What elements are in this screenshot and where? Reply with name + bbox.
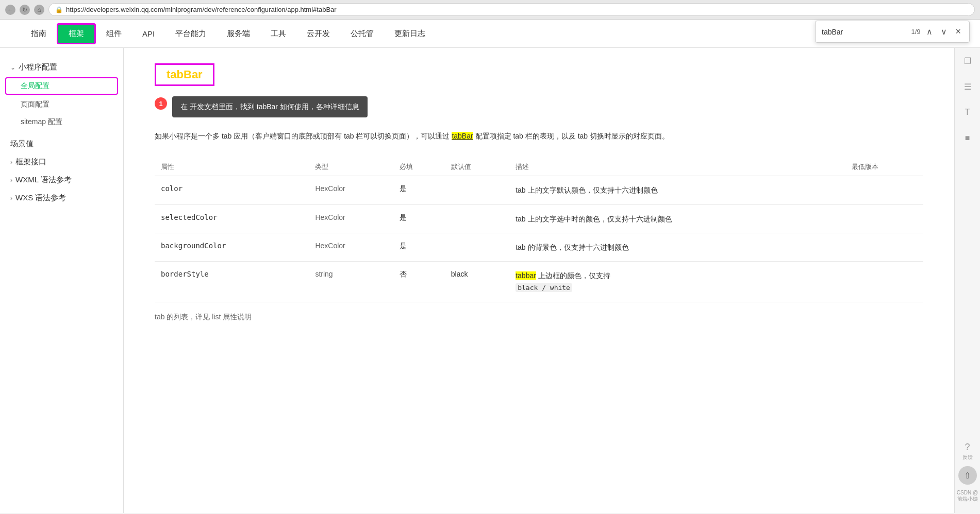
sidebar: ⌄ 小程序配置 全局配置 页面配置 sitemap 配置 场景值 › 框架接口 … [0, 48, 124, 513]
search-overlay: 1/9 ∧ ∨ × [815, 21, 970, 43]
csdn-watermark: CSDN @前端小姨 [955, 490, 980, 503]
desc-part3: 配置项指定 tab 栏的表现，以及 tab 切换时显示的对应页面。 [473, 132, 669, 140]
search-next-button[interactable]: ∨ [939, 26, 949, 38]
desc-part1: 如果小程序是一个多 tab 应用（客户端窗口的底部或顶部有 tab 栏可以切换页… [155, 132, 452, 140]
desc-highlight-tabbar: tabBar [452, 132, 473, 140]
info-tooltip: 在 开发文档里面，找到 tabBar 如何使用，各种详细信息 [172, 96, 368, 117]
prop-backgroundcolor-desc: tab 的背景色，仅支持十六进制颜色 [509, 233, 845, 261]
question-icon: ? [965, 442, 970, 453]
sidebar-icon-3[interactable]: T [960, 105, 975, 120]
prop-borderstyle-desc: tabbar 上边框的颜色，仅支持 black / white [509, 262, 845, 302]
table-row-backgroundcolor: backgroundColor HexColor 是 tab 的背景色，仅支持十… [155, 233, 923, 261]
chevron-right-icon-3: › [10, 195, 12, 202]
col-header-default: 默认值 [445, 158, 509, 176]
lock-icon: 🔒 [55, 6, 63, 13]
scroll-top-button[interactable]: ⇧ [958, 466, 977, 485]
prop-color-desc: tab 上的文字默认颜色，仅支持十六进制颜色 [509, 176, 845, 204]
sidebar-item-framework-api[interactable]: › 框架接口 [0, 153, 123, 171]
prop-borderstyle-default: black [445, 262, 509, 302]
prop-color-type: HexColor [309, 176, 393, 204]
scroll-bottom-text: tab 的列表，详见 list 属性说明 [155, 313, 923, 322]
prop-borderstyle-version [845, 262, 923, 302]
col-header-version: 最低版本 [845, 158, 923, 176]
borderstyle-desc-main: 上边框的颜色，仅支持 [536, 271, 610, 280]
borderstyle-code: black / white [516, 283, 572, 292]
chevron-right-icon: › [10, 159, 12, 166]
sidebar-wxml-label: WXML 语法参考 [15, 175, 72, 185]
main-content: tabBar 1 在 开发文档里面，找到 tabBar 如何使用，各种详细信息 … [124, 48, 954, 513]
col-header-property: 属性 [155, 158, 309, 176]
nav-item-framework[interactable]: 框架 [57, 23, 96, 44]
col-header-type: 类型 [309, 158, 393, 176]
search-input[interactable] [822, 28, 907, 36]
info-badge: 1 [155, 97, 167, 110]
prop-selectedcolor-version [845, 204, 923, 233]
nav-item-hosting[interactable]: 公托管 [340, 21, 384, 47]
feedback-label: 反馈 [962, 454, 973, 461]
prop-selectedcolor-name: selectedColor [155, 204, 309, 233]
props-table: 属性 类型 必填 默认值 描述 最低版本 color HexColor 是 ta… [155, 158, 923, 302]
prop-color-required: 是 [393, 176, 445, 204]
sidebar-item-wxs-reference[interactable]: › WXS 语法参考 [0, 189, 123, 207]
sidebar-icon-2[interactable]: ☰ [960, 79, 975, 94]
right-sidebar: ❐ ☰ T ■ ? 反馈 ⇧ CSDN @前端小姨 [954, 48, 980, 513]
prop-backgroundcolor-name: backgroundColor [155, 233, 309, 261]
nav-item-cloud[interactable]: 云开发 [296, 21, 340, 47]
search-close-button[interactable]: × [953, 25, 963, 38]
right-sidebar-bottom: ? 反馈 ⇧ CSDN @前端小姨 [955, 437, 980, 508]
search-count: 1/9 [911, 28, 920, 36]
info-row: 1 在 开发文档里面，找到 tabBar 如何使用，各种详细信息 [155, 96, 923, 117]
prop-backgroundcolor-default [445, 233, 509, 261]
nav-item-api[interactable]: API [132, 21, 165, 46]
sidebar-group-miniprogram-config[interactable]: ⌄ 小程序配置 [0, 58, 123, 76]
url-text: https://developers.weixin.qq.com/minipro… [66, 6, 337, 13]
sidebar-icon-4[interactable]: ■ [960, 130, 975, 146]
nav-item-components[interactable]: 组件 [96, 21, 132, 47]
prop-backgroundcolor-type: HexColor [309, 233, 393, 261]
section-heading-wrapper: tabBar [155, 63, 214, 86]
prop-selectedcolor-required: 是 [393, 204, 445, 233]
prop-selectedcolor-type: HexColor [309, 204, 393, 233]
reload-button[interactable]: ↻ [20, 5, 30, 15]
nav-item-server[interactable]: 服务端 [217, 21, 260, 47]
back-button[interactable]: ← [5, 5, 15, 15]
table-header-row: 属性 类型 必填 默认值 描述 最低版本 [155, 158, 923, 176]
nav-item-tools[interactable]: 工具 [260, 21, 296, 47]
col-header-required: 必填 [393, 158, 445, 176]
prop-color-default [445, 176, 509, 204]
nav-item-guide[interactable]: 指南 [21, 21, 57, 47]
feedback-button[interactable]: ? 反馈 [962, 442, 973, 461]
description: 如果小程序是一个多 tab 应用（客户端窗口的底部或顶部有 tab 栏可以切换页… [155, 130, 923, 143]
prop-borderstyle-name: borderStyle [155, 262, 309, 302]
browser-chrome: ← ↻ ⌂ 🔒 https://developers.weixin.qq.com… [0, 0, 980, 20]
sidebar-icon-1[interactable]: ❐ [960, 53, 975, 68]
sidebar-group-label: 小程序配置 [19, 62, 57, 72]
sidebar-item-page-config[interactable]: 页面配置 [0, 96, 123, 113]
section-heading: tabBar [167, 68, 203, 81]
prop-color-version [845, 176, 923, 204]
chevron-right-icon-2: › [10, 177, 12, 184]
borderstyle-highlight: tabbar [516, 271, 536, 280]
sidebar-scene-label: 场景值 [10, 139, 34, 149]
prop-borderstyle-type: string [309, 262, 393, 302]
sidebar-item-global-config[interactable]: 全局配置 [5, 77, 118, 95]
search-prev-button[interactable]: ∧ [924, 26, 935, 38]
sidebar-item-wxml-reference[interactable]: › WXML 语法参考 [0, 171, 123, 189]
col-header-desc: 描述 [509, 158, 845, 176]
sidebar-item-sitemap-config[interactable]: sitemap 配置 [0, 113, 123, 131]
prop-backgroundcolor-version [845, 233, 923, 261]
table-row-color: color HexColor 是 tab 上的文字默认颜色，仅支持十六进制颜色 [155, 176, 923, 204]
prop-backgroundcolor-required: 是 [393, 233, 445, 261]
table-row-borderstyle: borderStyle string 否 black tabbar 上边框的颜色… [155, 262, 923, 302]
chevron-down-icon: ⌄ [10, 64, 15, 71]
prop-borderstyle-required: 否 [393, 262, 445, 302]
table-row-selectedcolor: selectedColor HexColor 是 tab 上的文字选中时的颜色，… [155, 204, 923, 233]
page-layout: ⌄ 小程序配置 全局配置 页面配置 sitemap 配置 场景值 › 框架接口 … [0, 48, 980, 513]
sidebar-item-scene-values[interactable]: 场景值 [0, 135, 123, 153]
address-bar[interactable]: 🔒 https://developers.weixin.qq.com/minip… [48, 3, 975, 16]
sidebar-section-config: ⌄ 小程序配置 全局配置 页面配置 sitemap 配置 [0, 58, 123, 131]
nav-item-changelog[interactable]: 更新日志 [384, 21, 436, 47]
nav-item-platform[interactable]: 平台能力 [165, 21, 217, 47]
prop-selectedcolor-desc: tab 上的文字选中时的颜色，仅支持十六进制颜色 [509, 204, 845, 233]
home-button[interactable]: ⌂ [34, 5, 44, 15]
